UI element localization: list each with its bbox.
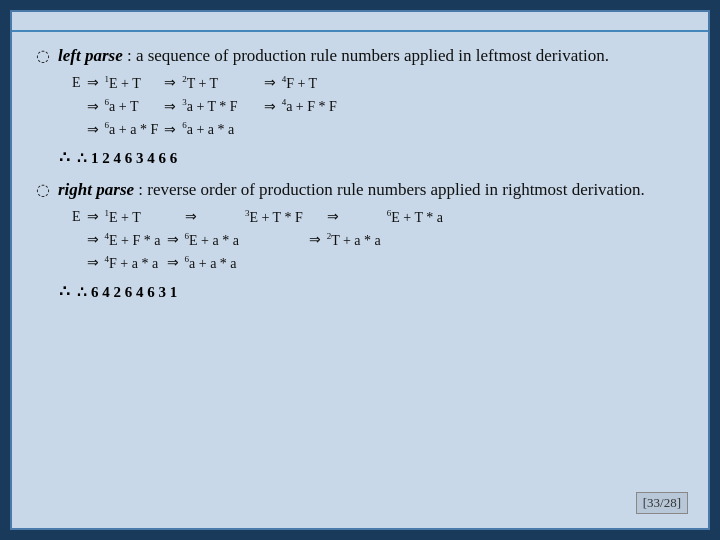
cell-E: E (72, 72, 87, 95)
rcell-arrow4: ⇒ (87, 229, 105, 252)
left-parse-result: ∴ 1 2 4 6 3 4 6 6 (77, 150, 177, 166)
left-parse-derivation: E ⇒ 1E + T ⇒ 2T + T ⇒ 4F + T ⇒ 6a + T ⇒ … (72, 72, 343, 141)
rderiv-row-3: ⇒ 4F + a * a ⇒ 6a + a * a (72, 252, 449, 275)
section2-title-rest: : reverse order of production rule numbe… (138, 180, 645, 199)
therefore-symbol-2: ∴ (59, 282, 70, 301)
rcell-arrow6: ⇒ (309, 229, 327, 252)
deriv-row-1: E ⇒ 1E + T ⇒ 2T + T ⇒ 4F + T (72, 72, 343, 95)
rcell-Tpaa: 2T + a * a (327, 229, 387, 252)
rderiv-row-2: ⇒ 4E + F * a ⇒ 6E + a * a ⇒ 2T + a * a (72, 229, 449, 252)
cell-EplusT: 1E + T (105, 72, 165, 95)
cell-arrow4: ⇒ (87, 95, 105, 118)
rcell-arrow1: ⇒ (87, 206, 105, 229)
rcell-arrow2: ⇒ (185, 206, 245, 229)
rcell-spacer2 (309, 206, 327, 229)
cell-aplus-a-a: 6a + a * a (182, 118, 243, 141)
bullet-2: ◌ (36, 180, 50, 199)
cell-aplusT: 6a + T (105, 95, 165, 118)
section-left-parse: ◌ left parse : a sequence of production … (36, 44, 684, 168)
rcell-Fpaa: 4F + a * a (105, 252, 167, 275)
section-right-parse: ◌ right parse : reverse order of product… (36, 178, 684, 302)
cell-aplusasF: 6a + a * F (105, 118, 165, 141)
therefore-right: ∴ ∴ 6 4 2 6 4 6 3 1 (36, 281, 684, 302)
cell-TplusT: 2T + T (182, 72, 243, 95)
right-parse-label: right parse (58, 180, 134, 199)
rcell-empty2 (72, 252, 87, 275)
main-panel: ◌ left parse : a sequence of production … (10, 10, 710, 530)
cell-spacer2 (244, 95, 264, 118)
rcell-EpFa: 4E + F * a (105, 229, 167, 252)
cell-aplusTF: 3a + T * F (182, 95, 243, 118)
rcell-spacer3 (245, 229, 309, 252)
cell-spacer1 (244, 72, 264, 95)
section-header-2: ◌ right parse : reverse order of product… (36, 178, 684, 202)
cell-arrow1: ⇒ (87, 72, 105, 95)
rcell-arrow5: ⇒ (167, 229, 185, 252)
left-parse-label: left parse (58, 46, 123, 65)
cell-arrow2: ⇒ (164, 72, 182, 95)
cell-empty1 (72, 95, 87, 118)
cell-arrow5: ⇒ (164, 95, 182, 118)
deriv-row-3: ⇒ 6a + a * F ⇒ 6a + a * a (72, 118, 343, 141)
rcell-EpT: 1E + T (105, 206, 167, 229)
therefore-symbol-1: ∴ (59, 148, 70, 167)
rcell-spacer1 (167, 206, 185, 229)
rcell-arrow8: ⇒ (167, 252, 185, 275)
divider (12, 30, 708, 32)
section-title-1: left parse : a sequence of production ru… (58, 44, 609, 68)
rcell-empty1 (72, 229, 87, 252)
rderiv-row-1: E ⇒ 1E + T ⇒ 3E + T * F ⇒ 6E + T * a (72, 206, 449, 229)
rcell-EpTa: 6E + T * a (387, 206, 449, 229)
therefore-left: ∴ ∴ 1 2 4 6 3 4 6 6 (36, 147, 684, 168)
cell-arrow3: ⇒ (264, 72, 282, 95)
deriv-row-2: ⇒ 6a + T ⇒ 3a + T * F ⇒ 4a + F * F (72, 95, 343, 118)
section1-title-rest: : a sequence of production rule numbers … (127, 46, 609, 65)
rcell-Epaa: 6E + a * a (185, 229, 245, 252)
rcell-E: E (72, 206, 87, 229)
section-header-1: ◌ left parse : a sequence of production … (36, 44, 684, 68)
rcell-aapaa: 6a + a * a (185, 252, 245, 275)
rcell-EpTF: 3E + T * F (245, 206, 309, 229)
cell-arrow7: ⇒ (87, 118, 105, 141)
cell-empty2 (72, 118, 87, 141)
rcell-arrow3: ⇒ (327, 206, 387, 229)
cell-FplusT: 4F + T (282, 72, 343, 95)
cell-aplusFsF: 4a + F * F (282, 95, 343, 118)
bullet-1: ◌ (36, 46, 50, 65)
cell-arrow6: ⇒ (264, 95, 282, 118)
section-title-2: right parse : reverse order of productio… (58, 178, 645, 202)
right-parse-derivation: E ⇒ 1E + T ⇒ 3E + T * F ⇒ 6E + T * a ⇒ 4… (72, 206, 449, 275)
cell-arrow8: ⇒ (164, 118, 182, 141)
rcell-arrow7: ⇒ (87, 252, 105, 275)
page-number: [33/28] (636, 492, 688, 514)
right-parse-result: ∴ 6 4 2 6 4 6 3 1 (77, 284, 177, 300)
